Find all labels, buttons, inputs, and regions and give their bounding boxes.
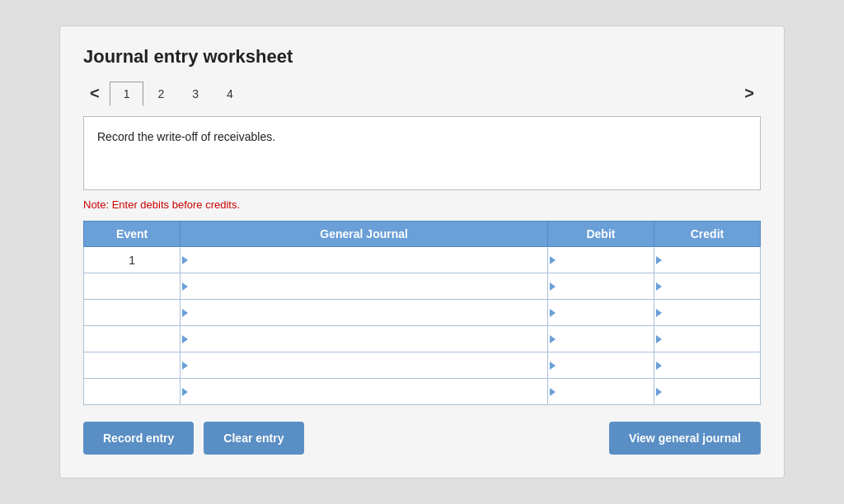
view-general-journal-button[interactable]: View general journal <box>609 422 761 455</box>
credit-cell[interactable] <box>654 326 760 352</box>
credit-input[interactable] <box>666 328 757 350</box>
tab-2[interactable]: 2 <box>143 82 178 106</box>
triangle-icon <box>550 256 556 264</box>
table-row: 1 <box>84 247 761 273</box>
triangle-icon <box>550 335 556 343</box>
col-header-general-journal: General Journal <box>181 222 548 247</box>
credit-input[interactable] <box>666 301 757 324</box>
triangle-icon <box>182 362 188 370</box>
credit-cell[interactable] <box>654 352 760 379</box>
credit-cell[interactable] <box>654 300 760 326</box>
triangle-icon <box>182 335 188 343</box>
gj-input[interactable] <box>192 328 544 350</box>
triangle-icon <box>656 388 662 396</box>
credit-input[interactable] <box>666 354 757 376</box>
triangle-icon <box>656 256 662 264</box>
next-arrow[interactable]: > <box>738 81 761 106</box>
triangle-icon <box>656 282 662 291</box>
event-cell: 1 <box>84 247 181 273</box>
debit-cell[interactable] <box>547 273 654 300</box>
triangle-icon <box>550 362 556 370</box>
credit-input[interactable] <box>666 275 757 297</box>
debit-input[interactable] <box>560 354 650 376</box>
debit-cell[interactable] <box>547 247 654 273</box>
debit-input[interactable] <box>560 380 650 403</box>
page-title: Journal entry worksheet <box>83 46 761 68</box>
gj-input[interactable] <box>192 354 544 376</box>
debit-input[interactable] <box>560 301 650 324</box>
prev-arrow[interactable]: < <box>83 81 106 106</box>
col-header-credit: Credit <box>654 222 760 247</box>
gj-cell[interactable] <box>181 379 548 405</box>
gj-input[interactable] <box>192 275 544 297</box>
gj-input[interactable] <box>192 301 544 324</box>
tab-4[interactable]: 4 <box>213 82 247 106</box>
tab-3[interactable]: 3 <box>178 82 213 106</box>
record-entry-button[interactable]: Record entry <box>83 422 194 455</box>
credit-cell[interactable] <box>654 247 760 273</box>
gj-input[interactable] <box>192 249 544 271</box>
credit-cell[interactable] <box>654 273 760 300</box>
gj-cell[interactable] <box>181 273 548 300</box>
triangle-icon <box>550 282 556 291</box>
debit-cell[interactable] <box>547 326 654 352</box>
journal-entry-card: Journal entry worksheet < 1 2 3 4 > Reco… <box>59 26 785 478</box>
triangle-icon <box>656 362 662 370</box>
event-cell <box>84 300 181 326</box>
gj-input[interactable] <box>192 380 544 403</box>
table-row <box>84 326 761 352</box>
debit-cell[interactable] <box>547 379 654 405</box>
debit-input[interactable] <box>560 328 650 350</box>
col-header-event: Event <box>84 222 181 247</box>
table-row <box>84 300 761 326</box>
triangle-icon <box>182 309 188 317</box>
debit-cell[interactable] <box>547 352 654 379</box>
triangle-icon <box>182 256 188 264</box>
credit-cell[interactable] <box>654 379 760 405</box>
table-row <box>84 352 761 379</box>
note-text: Note: Enter debits before credits. <box>83 198 761 211</box>
event-cell <box>84 352 181 379</box>
credit-input[interactable] <box>666 249 757 271</box>
debit-cell[interactable] <box>547 300 654 326</box>
triangle-icon <box>182 388 188 396</box>
journal-table: Event General Journal Debit Credit 1 <box>83 221 761 405</box>
tabs-row: < 1 2 3 4 > <box>83 81 761 106</box>
gj-cell[interactable] <box>181 352 548 379</box>
table-row <box>84 379 761 405</box>
credit-input[interactable] <box>666 380 757 403</box>
debit-input[interactable] <box>560 275 650 297</box>
triangle-icon <box>550 309 556 317</box>
tabs-container: 1 2 3 4 <box>110 82 247 106</box>
triangle-icon <box>182 282 188 291</box>
gj-cell[interactable] <box>181 300 548 326</box>
col-header-debit: Debit <box>547 222 654 247</box>
triangle-icon <box>656 309 662 317</box>
buttons-row: Record entry Clear entry View general jo… <box>83 422 761 455</box>
tab-1[interactable]: 1 <box>110 82 144 106</box>
clear-entry-button[interactable]: Clear entry <box>204 422 303 455</box>
instruction-text: Record the write-off of receivables. <box>97 130 275 143</box>
table-row <box>84 273 761 300</box>
instruction-box: Record the write-off of receivables. <box>83 116 761 190</box>
event-cell <box>84 326 181 352</box>
triangle-icon <box>656 335 662 343</box>
gj-cell[interactable] <box>181 326 548 352</box>
triangle-icon <box>550 388 556 396</box>
event-cell <box>84 273 181 300</box>
debit-input[interactable] <box>560 249 650 271</box>
event-cell <box>84 379 181 405</box>
gj-cell[interactable] <box>181 247 548 273</box>
